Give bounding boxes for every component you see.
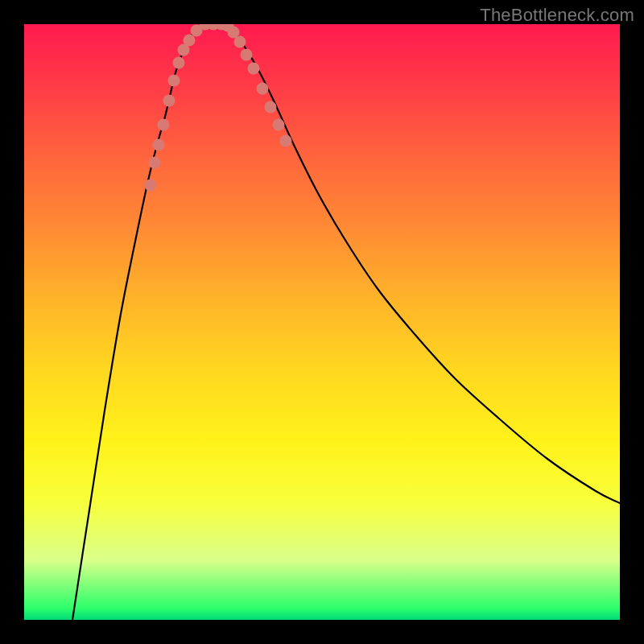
data-dot [257,83,269,95]
outer-frame: TheBottleneck.com [0,0,644,644]
plot-area [24,24,620,620]
data-dot [149,157,161,169]
data-dot [234,36,246,48]
data-dot [173,57,185,69]
data-dot [163,95,175,107]
data-dot [241,49,253,61]
data-dot [168,75,180,87]
data-dot [184,35,196,47]
data-dot [158,119,170,131]
data-dot [280,135,292,147]
watermark-text: TheBottleneck.com [480,5,634,26]
data-dot [145,180,157,192]
chart-svg [24,24,620,620]
curve-left-branch [72,24,213,620]
curve-group [72,24,620,620]
curve-right-branch [213,24,620,503]
data-dot [265,101,277,114]
data-dot [248,63,260,75]
data-dot [273,119,285,131]
data-dot [153,139,165,151]
